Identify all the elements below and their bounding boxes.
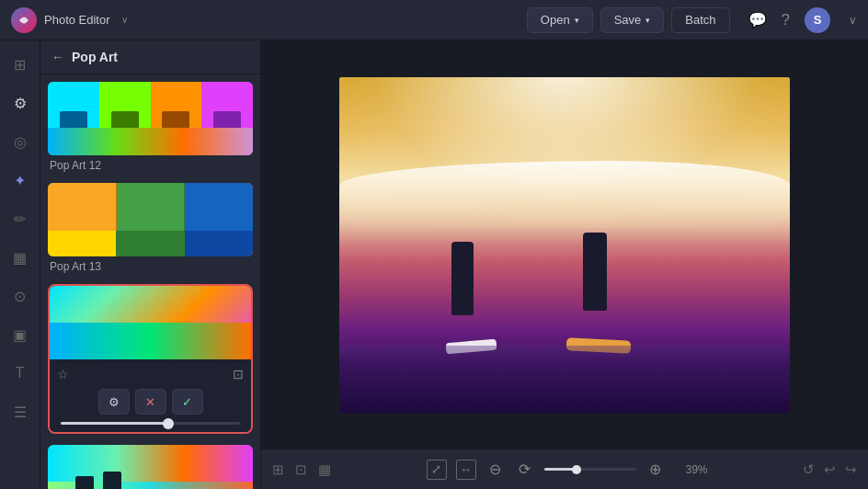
wave-foam bbox=[339, 161, 790, 244]
ctrl-buttons: ⚙ ✕ ✓ bbox=[57, 389, 244, 415]
selected-top-row: ☆ ⊡ bbox=[57, 367, 244, 381]
icon-nav: ⊞ ⚙ ◎ ✦ ✏ ▦ ⊙ ▣ T ☰ bbox=[0, 40, 40, 489]
undo-icon[interactable]: ↩ bbox=[824, 461, 836, 478]
cancel-ctrl-button[interactable]: ✕ bbox=[135, 389, 166, 415]
open-chevron-icon: ▾ bbox=[575, 16, 579, 25]
surfer-right-body bbox=[583, 233, 607, 311]
slider-track bbox=[61, 422, 240, 425]
topbar: Photo Editor ∨ Open ▾ Save ▾ Batch 💬 ? S… bbox=[0, 0, 868, 40]
star-icon[interactable]: ☆ bbox=[57, 367, 69, 381]
filter-name-pop-art-13: Pop Art 13 bbox=[48, 260, 253, 273]
open-button[interactable]: Open ▾ bbox=[527, 7, 593, 33]
back-button[interactable]: ← bbox=[51, 50, 64, 64]
nav-layers-icon[interactable]: ⊞ bbox=[4, 48, 37, 81]
canvas-area: ⊞ ⊡ ▦ ⤢ ↔ ⊖ ⟳ ⊕ 39% ↺ ↩ ↪ bbox=[261, 40, 868, 489]
zoom-thumb[interactable] bbox=[572, 465, 581, 474]
app-title: Photo Editor bbox=[44, 13, 110, 27]
nav-crop-icon[interactable]: ▣ bbox=[4, 318, 37, 351]
main-photo bbox=[339, 77, 790, 413]
surfer-right bbox=[574, 233, 647, 352]
adjust-ctrl-button[interactable]: ⚙ bbox=[98, 389, 130, 415]
nav-people-icon[interactable]: ⊙ bbox=[4, 279, 37, 313]
intensity-slider[interactable] bbox=[57, 422, 244, 425]
filter-item-pop-art-13[interactable]: Pop Art 13 bbox=[48, 183, 253, 273]
bottom-bar: ⊞ ⊡ ▦ ⤢ ↔ ⊖ ⟳ ⊕ 39% ↺ ↩ ↪ bbox=[261, 449, 868, 489]
water-reflection bbox=[339, 346, 790, 413]
app-logo bbox=[11, 7, 37, 33]
sidebar-title: Pop Art bbox=[72, 50, 118, 64]
app-title-chevron-icon[interactable]: ∨ bbox=[121, 15, 128, 25]
filter-thumbnail-pop-art-13 bbox=[48, 183, 253, 256]
main-layout: ⊞ ⚙ ◎ ✦ ✏ ▦ ⊙ ▣ T ☰ ← Pop Art bbox=[0, 40, 868, 489]
surfer-left bbox=[448, 242, 503, 352]
slider-thumb[interactable] bbox=[163, 418, 174, 429]
save-button[interactable]: Save ▾ bbox=[600, 7, 665, 33]
grid-icon[interactable]: ▦ bbox=[318, 461, 331, 478]
nav-effects-icon[interactable]: ✦ bbox=[4, 164, 37, 197]
bottom-left-tools: ⊞ ⊡ ▦ bbox=[272, 461, 331, 478]
nav-paint-icon[interactable]: ✏ bbox=[4, 202, 37, 235]
filter-thumbnail-pop-art-15 bbox=[48, 445, 253, 489]
export-icon[interactable]: ⊡ bbox=[295, 461, 307, 478]
filter-name-pop-art-12: Pop Art 12 bbox=[48, 159, 253, 172]
chat-icon[interactable]: 💬 bbox=[748, 11, 767, 28]
filter-item-pop-art-15[interactable]: Pop Art 15 bbox=[48, 445, 253, 489]
confirm-ctrl-button[interactable]: ✓ bbox=[172, 389, 203, 415]
slider-fill bbox=[61, 422, 168, 425]
filter-thumbnail-pop-art-12 bbox=[48, 82, 253, 155]
rotate-icon[interactable]: ↺ bbox=[803, 461, 815, 478]
filter-thumbnail-pop-art-14 bbox=[50, 286, 251, 359]
filter-item-pop-art-12[interactable]: Pop Art 12 bbox=[48, 82, 253, 172]
sidebar-header: ← Pop Art bbox=[40, 40, 260, 74]
zoom-reset-button[interactable]: ⟳ bbox=[515, 460, 535, 480]
sidebar-list: Pop Art 12 Pop Art 13 bbox=[40, 74, 260, 489]
save-chevron-icon: ▾ bbox=[645, 16, 650, 25]
nav-template-icon[interactable]: ☰ bbox=[4, 395, 37, 428]
zoom-out-button[interactable]: ⊖ bbox=[485, 460, 506, 480]
layers-bottom-icon[interactable]: ⊞ bbox=[272, 461, 284, 478]
zoom-controls: ⤢ ↔ ⊖ ⟳ ⊕ 39% bbox=[427, 460, 708, 480]
canvas-content bbox=[261, 40, 868, 449]
bottom-right-tools: ↺ ↩ ↪ bbox=[803, 461, 857, 478]
batch-button[interactable]: Batch bbox=[671, 7, 729, 33]
fit-width-icon[interactable]: ↔ bbox=[456, 460, 476, 480]
zoom-percentage: 39% bbox=[675, 463, 708, 476]
selected-controls: ☆ ⊡ ⚙ ✕ ✓ bbox=[50, 359, 251, 432]
nav-image-icon[interactable]: ▦ bbox=[4, 241, 37, 274]
fit-screen-icon[interactable]: ⤢ bbox=[427, 460, 447, 480]
help-icon[interactable]: ? bbox=[782, 11, 790, 29]
filter-item-pop-art-14[interactable]: ☆ ⊡ ⚙ ✕ ✓ bbox=[48, 284, 253, 434]
nav-text-icon[interactable]: T bbox=[4, 357, 37, 390]
redo-icon[interactable]: ↪ bbox=[845, 461, 857, 478]
sidebar: ← Pop Art bbox=[40, 40, 261, 489]
zoom-in-button[interactable]: ⊕ bbox=[645, 460, 666, 480]
surfer-left-body bbox=[451, 242, 474, 315]
topbar-icons: 💬 ? S ∨ bbox=[748, 7, 857, 33]
zoom-slider[interactable] bbox=[544, 468, 636, 471]
nav-sliders-icon[interactable]: ⚙ bbox=[4, 86, 37, 119]
avatar[interactable]: S bbox=[805, 7, 830, 33]
account-chevron-icon[interactable]: ∨ bbox=[849, 14, 857, 27]
fav-icon[interactable]: ⊡ bbox=[233, 367, 244, 381]
nav-eye-icon[interactable]: ◎ bbox=[4, 125, 37, 158]
